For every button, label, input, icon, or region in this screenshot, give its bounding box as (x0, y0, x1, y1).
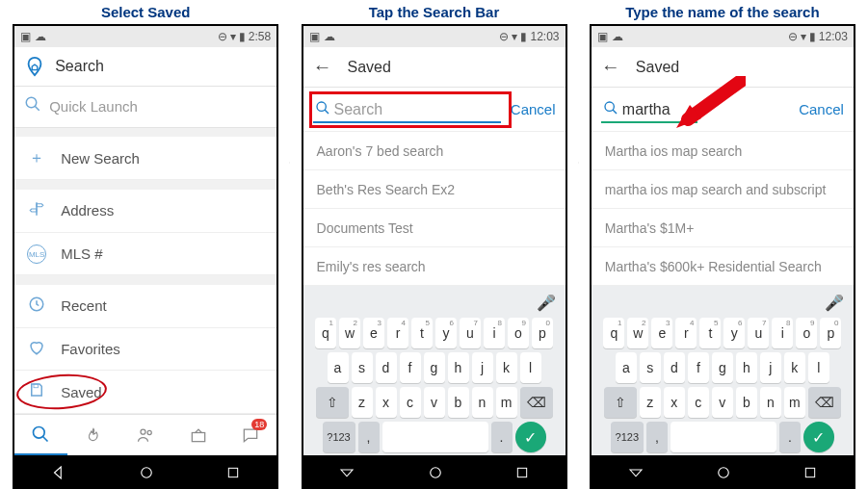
list-item[interactable]: Beth's Res Search Ex2 (303, 170, 566, 209)
key-w[interactable]: 2w (339, 318, 360, 348)
key-backspace[interactable]: ⌫ (520, 387, 553, 418)
nav-home[interactable] (427, 464, 444, 485)
row-recent[interactable]: Recent (14, 285, 276, 328)
key-x[interactable]: x (376, 387, 397, 418)
key-space[interactable] (671, 422, 776, 452)
key-u[interactable]: 7u (748, 318, 769, 348)
key-k[interactable]: k (784, 352, 805, 383)
list-item[interactable]: martha ios map search and subscript (592, 170, 854, 209)
back-arrow-icon[interactable]: ← (601, 56, 620, 78)
nav-recent[interactable] (225, 465, 241, 484)
row-saved[interactable]: Saved (14, 371, 276, 414)
list-item[interactable]: Documents Test (303, 209, 566, 247)
key-j[interactable]: j (472, 352, 493, 383)
key-d[interactable]: d (376, 352, 397, 383)
key-e[interactable]: 3e (651, 318, 672, 348)
key-v[interactable]: v (424, 387, 445, 418)
nav-back[interactable] (338, 464, 355, 485)
key-enter[interactable]: ✓ (515, 422, 546, 452)
nav-recent[interactable] (802, 465, 818, 484)
key-n[interactable]: n (472, 387, 493, 418)
list-item[interactable]: Martha's $600k+ Residential Search (592, 247, 854, 286)
key-z[interactable]: z (640, 387, 661, 418)
key-y[interactable]: 6y (435, 318, 457, 348)
mic-icon[interactable]: 🎤 (537, 294, 556, 312)
key-j[interactable]: j (760, 352, 781, 383)
key-l[interactable]: l (808, 352, 829, 383)
list-item[interactable]: Martha ios map search (592, 132, 854, 170)
key-r[interactable]: 4r (675, 318, 697, 348)
tab-carts[interactable] (171, 415, 224, 455)
key-c[interactable]: c (400, 387, 421, 418)
key-f[interactable]: f (400, 352, 421, 383)
key-period[interactable]: . (779, 422, 801, 452)
key-c[interactable]: c (688, 387, 709, 418)
cancel-button[interactable]: Cancel (511, 101, 556, 117)
key-k[interactable]: k (496, 352, 517, 383)
key-m[interactable]: m (784, 387, 805, 418)
quick-launch-input[interactable]: Quick Launch (14, 87, 276, 128)
cancel-button[interactable]: Cancel (799, 101, 844, 117)
search-input[interactable]: Search (313, 96, 501, 123)
key-period[interactable]: . (491, 422, 513, 452)
key-m[interactable]: m (496, 387, 517, 418)
nav-back[interactable] (50, 464, 67, 485)
key-z[interactable]: z (352, 387, 373, 418)
key-space[interactable] (382, 422, 488, 452)
key-b[interactable]: b (736, 387, 757, 418)
key-t[interactable]: 5t (411, 318, 433, 348)
key-r[interactable]: 4r (387, 318, 408, 348)
row-favorites[interactable]: Favorites (14, 328, 276, 372)
key-s[interactable]: s (640, 352, 661, 383)
key-g[interactable]: g (424, 352, 445, 383)
key-comma[interactable]: , (646, 422, 668, 452)
list-item[interactable]: Martha's $1M+ (592, 209, 854, 247)
row-address[interactable]: Address (14, 190, 276, 233)
nav-home[interactable] (138, 464, 155, 485)
tab-search[interactable] (14, 415, 66, 455)
key-v[interactable]: v (712, 387, 733, 418)
search-input[interactable]: martha (601, 96, 697, 123)
key-f[interactable]: f (688, 352, 709, 383)
key-b[interactable]: s (352, 352, 373, 383)
key-i[interactable]: 8i (772, 318, 793, 348)
key-n[interactable]: n (760, 387, 781, 418)
key-b[interactable]: b (448, 387, 469, 418)
key-a[interactable]: a (328, 352, 349, 383)
tab-contacts[interactable] (119, 415, 171, 455)
key-symbols[interactable]: ?123 (323, 422, 355, 452)
key-l[interactable]: l (520, 352, 541, 383)
key-d[interactable]: d (664, 352, 685, 383)
key-t[interactable]: 5t (699, 318, 721, 348)
row-mls[interactable]: MLS MLS # (14, 233, 276, 276)
key-x[interactable]: x (664, 387, 685, 418)
key-u[interactable]: 7u (460, 318, 481, 348)
key-y[interactable]: 6y (723, 318, 745, 348)
key-enter[interactable]: ✓ (803, 422, 834, 452)
key-symbols[interactable]: ?123 (611, 422, 644, 452)
key-o[interactable]: 9o (796, 318, 817, 348)
key-q[interactable]: 1q (603, 318, 624, 348)
key-h[interactable]: h (736, 352, 757, 383)
nav-back[interactable] (627, 464, 644, 485)
nav-home[interactable] (715, 464, 732, 485)
key-p[interactable]: 0p (820, 318, 841, 348)
key-backspace[interactable]: ⌫ (808, 387, 841, 418)
tab-messages[interactable]: 18 (224, 415, 276, 455)
list-item[interactable]: Aaron's 7 bed search (303, 132, 566, 170)
list-item[interactable]: Emily's res search (303, 247, 566, 286)
back-arrow-icon[interactable]: ← (313, 56, 332, 78)
key-e[interactable]: 3e (363, 318, 384, 348)
key-a[interactable]: a (616, 352, 637, 383)
key-shift[interactable]: ⇧ (604, 387, 637, 418)
nav-recent[interactable] (514, 465, 530, 484)
key-comma[interactable]: , (358, 422, 380, 452)
home-pin-icon[interactable] (24, 56, 45, 77)
key-g[interactable]: g (712, 352, 733, 383)
key-p[interactable]: 0p (532, 318, 553, 348)
tab-hotsheet[interactable] (67, 415, 119, 455)
mic-icon[interactable]: 🎤 (825, 294, 844, 312)
key-h[interactable]: h (448, 352, 469, 383)
row-new-search[interactable]: ＋ New Search (14, 137, 276, 180)
key-o[interactable]: 9o (508, 318, 529, 348)
